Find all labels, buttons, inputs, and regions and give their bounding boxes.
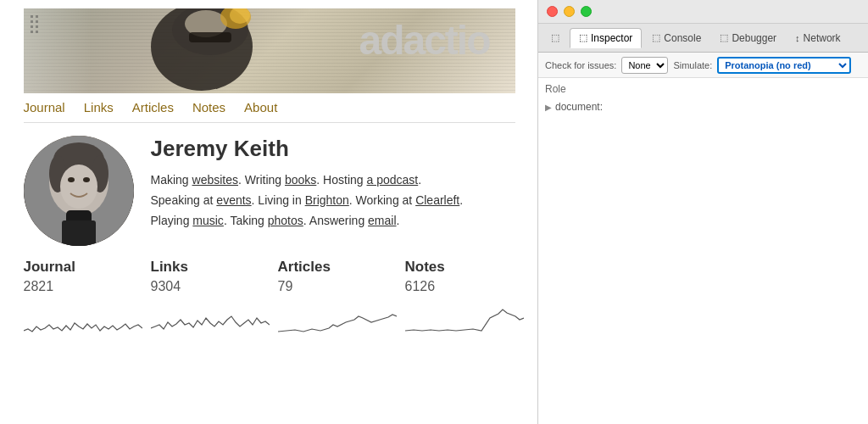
maximize-button[interactable] — [581, 6, 592, 17]
network-icon: ↕ — [795, 33, 800, 43]
bio-books-link[interactable]: books — [285, 173, 316, 187]
sparkline-articles — [278, 301, 397, 335]
profile-name: Jeremy Keith — [151, 136, 515, 162]
banner-figure — [92, 8, 329, 93]
svg-rect-16 — [62, 220, 96, 246]
profile-section: Jeremy Keith Making websites. Writing bo… — [24, 136, 515, 246]
devtools-tab-debugger[interactable]: ⬚ Debugger — [711, 29, 785, 47]
avatar-image — [24, 136, 134, 246]
devtools-tab-inspector[interactable]: ⬚ Inspector — [570, 28, 642, 48]
bio-podcast-link[interactable]: a podcast — [366, 173, 418, 187]
sparkline-notes — [405, 301, 524, 335]
nav-journal[interactable]: Journal — [24, 100, 65, 114]
svg-point-14 — [83, 177, 90, 182]
devtools-tab-console[interactable]: ⬚ Console — [643, 29, 709, 47]
devtools-tab-network[interactable]: ↕ Network — [787, 29, 849, 47]
check-issues-label: Check for issues: — [545, 60, 616, 70]
svg-rect-3 — [189, 32, 231, 42]
svg-point-12 — [60, 165, 97, 209]
stats-section: Journal 2821 Links 9304 Articles 79 — [24, 259, 515, 335]
main-nav: Journal Links Articles Notes About — [24, 93, 515, 123]
picker-icon: ⬚ — [551, 32, 559, 43]
stat-notes: Notes 6126 — [405, 259, 532, 335]
nav-about[interactable]: About — [244, 100, 277, 114]
devtools-titlebar — [538, 0, 868, 24]
bio-clearleft-link[interactable]: Clearleft — [415, 193, 459, 207]
bio-music-link[interactable]: music — [192, 214, 224, 227]
nav-notes[interactable]: Notes — [192, 100, 225, 114]
devtools-tab-picker[interactable]: ⬚ — [542, 29, 568, 47]
devtools-panel: ⬚ ⬚ Inspector ⬚ Console ⬚ Debugger ↕ Net… — [537, 0, 868, 424]
bio-photos-link[interactable]: photos — [268, 214, 303, 227]
banner-grid — [31, 15, 38, 33]
devtools-toolbar: Check for issues: None Simulate: Protano… — [538, 53, 868, 78]
document-row: ▶ document: — [545, 99, 861, 114]
inspector-icon: ⬚ — [579, 32, 587, 43]
nav-links[interactable]: Links — [84, 100, 114, 114]
banner-image: adactio — [24, 8, 515, 93]
console-icon: ⬚ — [652, 32, 660, 43]
bio-brighton-link[interactable]: Brighton — [305, 193, 349, 207]
simulate-select[interactable]: Protanopia (no red) None Deuteranopia (n… — [717, 57, 851, 74]
close-button[interactable] — [547, 6, 558, 17]
stat-articles: Articles 79 — [278, 259, 405, 335]
header-banner: adactio — [24, 8, 515, 93]
devtools-content: Role ▶ document: — [538, 78, 868, 424]
check-issues-select[interactable]: None — [621, 57, 668, 74]
bio-events-link[interactable]: events — [216, 193, 251, 207]
profile-info: Jeremy Keith Making websites. Writing bo… — [151, 136, 515, 231]
devtools-tabs: ⬚ ⬚ Inspector ⬚ Console ⬚ Debugger ↕ Net… — [538, 24, 868, 53]
avatar — [24, 136, 134, 246]
profile-bio: Making websites. Writing books. Hosting … — [151, 170, 515, 231]
debugger-icon: ⬚ — [720, 32, 728, 43]
minimize-button[interactable] — [564, 6, 575, 17]
sparkline-journal — [24, 301, 142, 335]
simulate-label: Simulate: — [673, 60, 712, 70]
stat-links: Links 9304 — [151, 259, 278, 335]
bio-email-link[interactable]: email — [368, 214, 396, 227]
nav-articles[interactable]: Articles — [132, 100, 174, 114]
stat-journal: Journal 2821 — [24, 259, 151, 335]
expand-arrow-icon[interactable]: ▶ — [545, 103, 552, 112]
sparkline-links — [151, 301, 270, 335]
svg-point-13 — [68, 177, 75, 182]
document-label: document: — [555, 101, 603, 113]
site-title: adactio — [359, 17, 489, 64]
website-content: adactio Journal Links Articles Notes Abo… — [0, 0, 538, 424]
role-label: Role — [545, 83, 861, 95]
bio-websites-link[interactable]: websites — [192, 173, 238, 187]
avatar-svg — [24, 136, 134, 246]
